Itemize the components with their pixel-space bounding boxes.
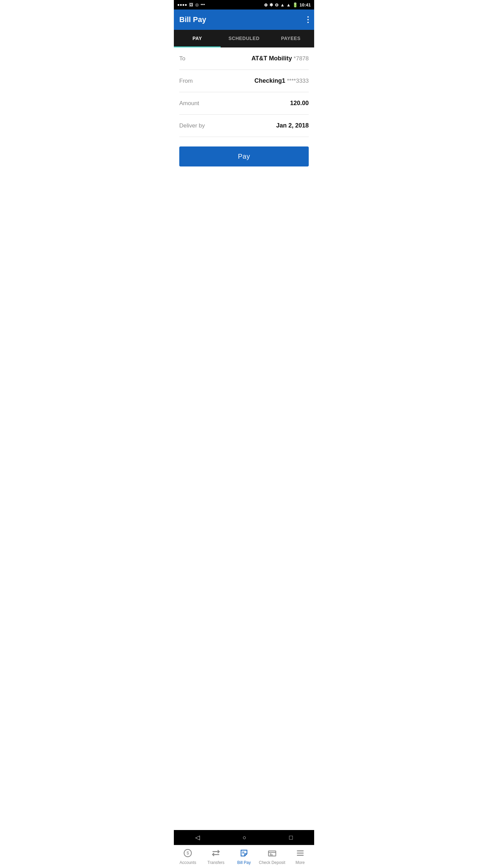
status-bar: ●●●● 🖼 ◎ ••• ⊕ ✱ ⊖ ▲ ▲ 🔋 10:41 xyxy=(174,0,314,9)
pay-button-container: Pay xyxy=(174,137,314,173)
deliver-by-label: Deliver by xyxy=(179,122,205,129)
status-left-icons: ●●●● 🖼 ◎ ••• xyxy=(177,2,205,7)
page-title: Bill Pay xyxy=(179,15,206,24)
status-right-icons: ⊕ ✱ ⊖ ▲ ▲ 🔋 10:41 xyxy=(264,2,311,7)
deliver-by-value: Jan 2, 2018 xyxy=(276,122,309,129)
to-label: To xyxy=(179,55,185,62)
to-value: AT&T Mobility *7878 xyxy=(251,55,309,62)
header-more-button[interactable] xyxy=(307,16,309,23)
photo-icon: 🖼 xyxy=(189,2,193,7)
deliver-by-row[interactable]: Deliver by Jan 2, 2018 xyxy=(179,115,309,137)
signal-strength-icon: ▲ xyxy=(286,2,291,7)
payment-form: To AT&T Mobility *7878 From Checking1 **… xyxy=(174,47,314,137)
amount-value: 120.00 xyxy=(290,100,309,107)
amount-row[interactable]: Amount 120.00 xyxy=(179,92,309,115)
tab-scheduled[interactable]: SCHEDULED xyxy=(221,30,267,47)
tab-bar: PAY SCHEDULED PAYEES xyxy=(174,30,314,47)
tab-payees[interactable]: PAYEES xyxy=(267,30,314,47)
app-header: Bill Pay xyxy=(174,9,314,30)
tab-pay[interactable]: PAY xyxy=(174,30,221,47)
to-row[interactable]: To AT&T Mobility *7878 xyxy=(179,47,309,70)
clock: 10:41 xyxy=(300,2,311,7)
minus-circle-icon: ⊖ xyxy=(275,2,279,7)
from-row[interactable]: From Checking1 ****3333 xyxy=(179,70,309,92)
pay-button[interactable]: Pay xyxy=(179,146,309,166)
plus-circle-icon: ⊕ xyxy=(264,2,268,7)
from-label: From xyxy=(179,78,193,84)
from-value: Checking1 ****3333 xyxy=(255,77,309,84)
amount-label: Amount xyxy=(179,100,199,107)
bluetooth-icon: ✱ xyxy=(269,2,273,7)
dots-icon: ••• xyxy=(201,2,205,7)
circle-icon: ◎ xyxy=(195,2,199,7)
battery-icon: 🔋 xyxy=(292,2,298,7)
signal-icon: ●●●● xyxy=(177,2,187,7)
wifi-icon: ▲ xyxy=(280,2,285,7)
